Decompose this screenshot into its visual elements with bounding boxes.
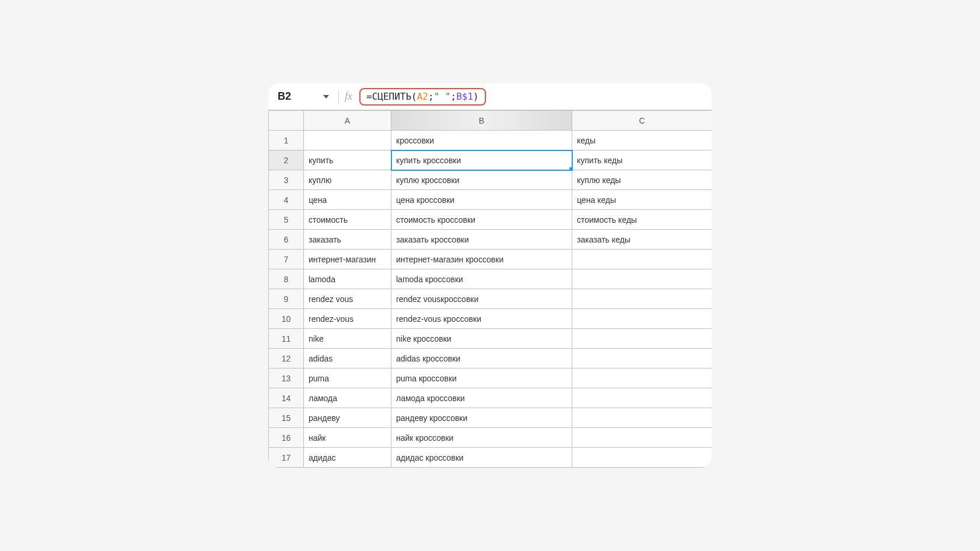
row-header[interactable]: 16	[269, 428, 304, 448]
row-header[interactable]: 2	[269, 150, 304, 170]
row-header[interactable]: 15	[269, 408, 304, 428]
divider	[338, 90, 339, 103]
row-header[interactable]: 5	[269, 210, 304, 230]
formula-str: " "	[434, 91, 451, 102]
cell-A17[interactable]: адидас	[304, 448, 391, 468]
formula-input[interactable]: = СЦЕПИТЬ ( A2 ; " " ; B$1 )	[359, 88, 486, 106]
cell-B5[interactable]: стоимость кроссовки	[391, 210, 572, 230]
cell-A7[interactable]: интернет-магазин	[304, 250, 391, 269]
cell-A16[interactable]: найк	[304, 428, 391, 448]
table-row: 14ламодаламода кроссовки	[269, 388, 712, 408]
row-header[interactable]: 13	[269, 368, 304, 388]
cell-B17[interactable]: адидас кроссовки	[391, 448, 572, 468]
table-row: 4ценацена кроссовкицена кеды	[269, 190, 712, 210]
cell-C2[interactable]: купить кеды	[572, 150, 712, 170]
cell-A3[interactable]: куплю	[304, 170, 391, 190]
cell-A11[interactable]: nike	[304, 329, 391, 349]
row-header[interactable]: 17	[269, 448, 304, 468]
row-header[interactable]: 9	[269, 289, 304, 309]
row-header[interactable]: 7	[269, 250, 304, 269]
table-row: 2купитькупить кроссовкикупить кеды	[269, 150, 712, 170]
cell-C7[interactable]	[572, 250, 712, 269]
table-row: 10rendez-vousrendez-vous кроссовки	[269, 309, 712, 329]
cell-A5[interactable]: стоимость	[304, 210, 391, 230]
cell-B11[interactable]: nike кроссовки	[391, 329, 572, 349]
cell-B1[interactable]: кроссовки	[391, 131, 572, 150]
table-row: 17адидасадидас кроссовки	[269, 448, 712, 468]
spreadsheet-grid[interactable]: A B C 1кроссовкикеды2купитькупить кроссо…	[268, 110, 712, 468]
row-header[interactable]: 6	[269, 230, 304, 250]
select-all-corner[interactable]	[269, 111, 304, 131]
cell-A14[interactable]: ламода	[304, 388, 391, 408]
cell-C13[interactable]	[572, 368, 712, 388]
cell-A12[interactable]: adidas	[304, 349, 391, 368]
cell-C12[interactable]	[572, 349, 712, 368]
cell-A6[interactable]: заказать	[304, 230, 391, 250]
fx-label: fx	[345, 90, 352, 103]
cell-C14[interactable]	[572, 388, 712, 408]
table-row: 9rendez vousrendez vousкроссовки	[269, 289, 712, 309]
table-row: 6заказатьзаказать кроссовкизаказать кеды	[269, 230, 712, 250]
cell-B7[interactable]: интернет-магазин кроссовки	[391, 250, 572, 269]
row-header[interactable]: 8	[269, 269, 304, 289]
cell-C17[interactable]	[572, 448, 712, 468]
cell-B12[interactable]: adidas кроссовки	[391, 349, 572, 368]
cell-C9[interactable]	[572, 289, 712, 309]
cell-A4[interactable]: цена	[304, 190, 391, 210]
cell-C4[interactable]: цена кеды	[572, 190, 712, 210]
column-header-row: A B C	[269, 111, 712, 131]
cell-C3[interactable]: куплю кеды	[572, 170, 712, 190]
row-header[interactable]: 14	[269, 388, 304, 408]
row-header[interactable]: 4	[269, 190, 304, 210]
cell-B13[interactable]: puma кроссовки	[391, 368, 572, 388]
table-row: 7интернет-магазининтернет-магазин кроссо…	[269, 250, 712, 269]
col-header-A[interactable]: A	[304, 111, 391, 131]
cell-C11[interactable]	[572, 329, 712, 349]
formula-open: (	[411, 91, 417, 102]
cell-A8[interactable]: lamoda	[304, 269, 391, 289]
formula-sep2: ;	[451, 91, 457, 102]
cell-A9[interactable]: rendez vous	[304, 289, 391, 309]
cell-B3[interactable]: куплю кроссовки	[391, 170, 572, 190]
cell-B6[interactable]: заказать кроссовки	[391, 230, 572, 250]
table-row: 16найкнайк кроссовки	[269, 428, 712, 448]
row-header[interactable]: 10	[269, 309, 304, 329]
cell-A13[interactable]: puma	[304, 368, 391, 388]
cell-C8[interactable]	[572, 269, 712, 289]
row-header[interactable]: 3	[269, 170, 304, 190]
cell-C10[interactable]	[572, 309, 712, 329]
spreadsheet-window: B2 fx = СЦЕПИТЬ ( A2 ; " " ; B$1 ) A B C…	[268, 83, 712, 468]
formula-fn: СЦЕПИТЬ	[372, 91, 411, 102]
cell-B4[interactable]: цена кроссовки	[391, 190, 572, 210]
cell-B9[interactable]: rendez vousкроссовки	[391, 289, 572, 309]
cell-C15[interactable]	[572, 408, 712, 428]
col-header-C[interactable]: C	[572, 111, 712, 131]
table-row: 11nikenike кроссовки	[269, 329, 712, 349]
col-header-B[interactable]: B	[391, 111, 572, 131]
cell-B15[interactable]: рандеву кроссовки	[391, 408, 572, 428]
formula-bar: B2 fx = СЦЕПИТЬ ( A2 ; " " ; B$1 )	[268, 83, 712, 110]
table-row: 3куплюкуплю кроссовкикуплю кеды	[269, 170, 712, 190]
cell-C5[interactable]: стоимость кеды	[572, 210, 712, 230]
chevron-down-icon[interactable]	[323, 95, 329, 99]
table-row: 12adidasadidas кроссовки	[269, 349, 712, 368]
cell-B14[interactable]: ламода кроссовки	[391, 388, 572, 408]
formula-ref-a2: A2	[417, 91, 428, 102]
cell-B2[interactable]: купить кроссовки	[391, 150, 572, 170]
cell-A1[interactable]	[304, 131, 391, 150]
formula-sep1: ;	[428, 91, 434, 102]
cell-C1[interactable]: кеды	[572, 131, 712, 150]
cell-C16[interactable]	[572, 428, 712, 448]
table-row: 8lamodalamoda кроссовки	[269, 269, 712, 289]
row-header[interactable]: 11	[269, 329, 304, 349]
cell-B8[interactable]: lamoda кроссовки	[391, 269, 572, 289]
row-header[interactable]: 1	[269, 131, 304, 150]
cell-A2[interactable]: купить	[304, 150, 391, 170]
cell-C6[interactable]: заказать кеды	[572, 230, 712, 250]
cell-B16[interactable]: найк кроссовки	[391, 428, 572, 448]
cell-A10[interactable]: rendez-vous	[304, 309, 391, 329]
name-box[interactable]: B2	[274, 83, 332, 110]
row-header[interactable]: 12	[269, 349, 304, 368]
cell-A15[interactable]: рандеву	[304, 408, 391, 428]
cell-B10[interactable]: rendez-vous кроссовки	[391, 309, 572, 329]
